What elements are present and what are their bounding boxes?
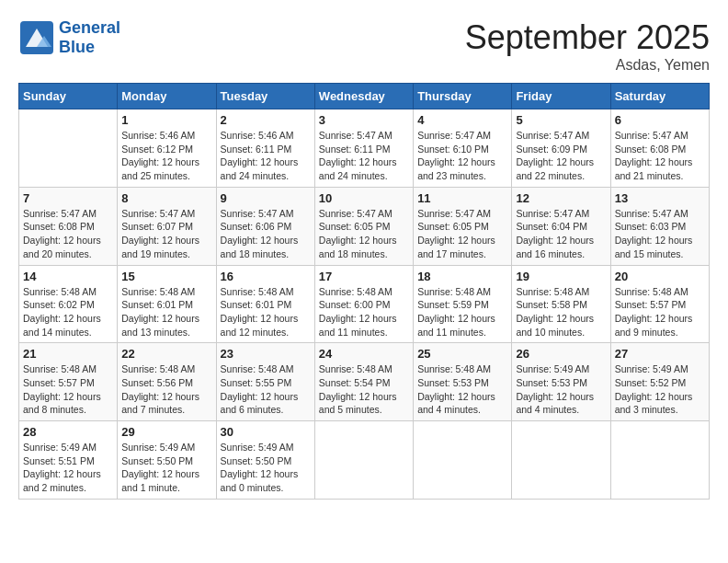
calendar-table: SundayMondayTuesdayWednesdayThursdayFrid… <box>18 83 710 500</box>
day-number: 23 <box>221 347 311 361</box>
day-info: Sunrise: 5:47 AM Sunset: 6:08 PM Dayligh… <box>615 129 705 183</box>
calendar-cell: 26Sunrise: 5:49 AM Sunset: 5:53 PM Dayli… <box>512 343 610 421</box>
day-info: Sunrise: 5:49 AM Sunset: 5:51 PM Dayligh… <box>23 441 113 495</box>
day-number: 4 <box>417 113 507 127</box>
calendar-cell: 30Sunrise: 5:49 AM Sunset: 5:50 PM Dayli… <box>216 421 314 500</box>
weekday-header: Monday <box>118 84 216 109</box>
calendar-cell: 6Sunrise: 5:47 AM Sunset: 6:08 PM Daylig… <box>610 109 709 188</box>
calendar-cell <box>610 421 709 500</box>
day-info: Sunrise: 5:47 AM Sunset: 6:08 PM Dayligh… <box>23 207 113 261</box>
calendar-cell: 15Sunrise: 5:48 AM Sunset: 6:01 PM Dayli… <box>118 265 216 343</box>
calendar-cell: 23Sunrise: 5:48 AM Sunset: 5:55 PM Dayli… <box>216 343 314 421</box>
day-info: Sunrise: 5:47 AM Sunset: 6:10 PM Dayligh… <box>417 129 507 183</box>
weekday-header: Thursday <box>414 84 512 109</box>
day-number: 1 <box>121 113 211 127</box>
day-info: Sunrise: 5:47 AM Sunset: 6:03 PM Dayligh… <box>615 207 705 261</box>
day-number: 20 <box>615 270 705 283</box>
day-info: Sunrise: 5:48 AM Sunset: 6:00 PM Dayligh… <box>319 285 409 339</box>
month-title: September 2025 <box>465 18 710 57</box>
weekday-header: Wednesday <box>314 84 413 109</box>
calendar-week-row: 21Sunrise: 5:48 AM Sunset: 5:57 PM Dayli… <box>19 343 710 421</box>
day-number: 26 <box>516 347 606 361</box>
calendar-week-row: 14Sunrise: 5:48 AM Sunset: 6:02 PM Dayli… <box>19 265 710 343</box>
calendar-cell: 25Sunrise: 5:48 AM Sunset: 5:53 PM Dayli… <box>414 343 512 421</box>
day-number: 14 <box>23 270 113 283</box>
day-info: Sunrise: 5:48 AM Sunset: 5:57 PM Dayligh… <box>23 362 113 417</box>
calendar-cell: 11Sunrise: 5:47 AM Sunset: 6:05 PM Dayli… <box>414 187 512 265</box>
weekday-header: Tuesday <box>216 84 314 109</box>
calendar-cell: 4Sunrise: 5:47 AM Sunset: 6:10 PM Daylig… <box>414 109 512 188</box>
day-number: 11 <box>417 191 507 205</box>
day-number: 15 <box>121 270 211 283</box>
calendar-week-row: 28Sunrise: 5:49 AM Sunset: 5:51 PM Dayli… <box>19 421 710 500</box>
title-block: September 2025 Asdas, Yemen <box>465 18 710 74</box>
calendar-cell: 21Sunrise: 5:48 AM Sunset: 5:57 PM Dayli… <box>19 343 118 421</box>
calendar-cell: 28Sunrise: 5:49 AM Sunset: 5:51 PM Dayli… <box>19 421 118 500</box>
day-info: Sunrise: 5:47 AM Sunset: 6:05 PM Dayligh… <box>319 207 409 261</box>
calendar-cell: 18Sunrise: 5:48 AM Sunset: 5:59 PM Dayli… <box>414 265 512 343</box>
calendar-cell: 12Sunrise: 5:47 AM Sunset: 6:04 PM Dayli… <box>512 187 610 265</box>
day-number: 8 <box>121 191 211 205</box>
day-number: 13 <box>615 191 705 205</box>
day-info: Sunrise: 5:48 AM Sunset: 5:59 PM Dayligh… <box>417 285 507 339</box>
day-info: Sunrise: 5:49 AM Sunset: 5:52 PM Dayligh… <box>615 362 705 417</box>
calendar-week-row: 7Sunrise: 5:47 AM Sunset: 6:08 PM Daylig… <box>19 187 710 265</box>
calendar-cell: 29Sunrise: 5:49 AM Sunset: 5:50 PM Dayli… <box>118 421 216 500</box>
day-info: Sunrise: 5:47 AM Sunset: 6:04 PM Dayligh… <box>516 207 606 261</box>
day-info: Sunrise: 5:48 AM Sunset: 5:55 PM Dayligh… <box>221 362 311 417</box>
calendar-cell <box>314 421 413 500</box>
day-info: Sunrise: 5:48 AM Sunset: 6:01 PM Dayligh… <box>221 285 311 339</box>
day-info: Sunrise: 5:49 AM Sunset: 5:53 PM Dayligh… <box>516 362 606 417</box>
day-number: 30 <box>221 425 311 439</box>
day-info: Sunrise: 5:47 AM Sunset: 6:07 PM Dayligh… <box>121 207 211 261</box>
calendar-header-row: SundayMondayTuesdayWednesdayThursdayFrid… <box>19 84 710 109</box>
calendar-cell: 22Sunrise: 5:48 AM Sunset: 5:56 PM Dayli… <box>118 343 216 421</box>
day-number: 2 <box>221 113 311 127</box>
day-info: Sunrise: 5:48 AM Sunset: 6:01 PM Dayligh… <box>121 285 211 339</box>
calendar-cell: 19Sunrise: 5:48 AM Sunset: 5:58 PM Dayli… <box>512 265 610 343</box>
day-number: 28 <box>23 425 113 439</box>
day-info: Sunrise: 5:48 AM Sunset: 5:54 PM Dayligh… <box>319 362 409 417</box>
day-info: Sunrise: 5:47 AM Sunset: 6:06 PM Dayligh… <box>221 207 311 261</box>
weekday-header: Friday <box>512 84 610 109</box>
calendar-cell <box>512 421 610 500</box>
calendar-cell: 13Sunrise: 5:47 AM Sunset: 6:03 PM Dayli… <box>610 187 709 265</box>
calendar-week-row: 1Sunrise: 5:46 AM Sunset: 6:12 PM Daylig… <box>19 109 710 188</box>
calendar-cell: 17Sunrise: 5:48 AM Sunset: 6:00 PM Dayli… <box>314 265 413 343</box>
day-info: Sunrise: 5:48 AM Sunset: 5:56 PM Dayligh… <box>121 362 211 417</box>
day-info: Sunrise: 5:47 AM Sunset: 6:05 PM Dayligh… <box>417 207 507 261</box>
calendar-cell: 24Sunrise: 5:48 AM Sunset: 5:54 PM Dayli… <box>314 343 413 421</box>
logo-text: GeneralBlue <box>59 18 120 56</box>
day-number: 7 <box>23 191 113 205</box>
calendar-cell <box>19 109 118 188</box>
day-number: 27 <box>615 347 705 361</box>
calendar-cell: 3Sunrise: 5:47 AM Sunset: 6:11 PM Daylig… <box>314 109 413 188</box>
day-number: 17 <box>319 270 409 283</box>
day-number: 9 <box>221 191 311 205</box>
calendar-cell: 7Sunrise: 5:47 AM Sunset: 6:08 PM Daylig… <box>19 187 118 265</box>
calendar-cell: 5Sunrise: 5:47 AM Sunset: 6:09 PM Daylig… <box>512 109 610 188</box>
location: Asdas, Yemen <box>465 57 710 74</box>
day-info: Sunrise: 5:47 AM Sunset: 6:11 PM Dayligh… <box>319 129 409 183</box>
day-info: Sunrise: 5:48 AM Sunset: 6:02 PM Dayligh… <box>23 285 113 339</box>
calendar-body: 1Sunrise: 5:46 AM Sunset: 6:12 PM Daylig… <box>19 109 710 500</box>
weekday-header: Sunday <box>19 84 118 109</box>
day-number: 3 <box>319 113 409 127</box>
calendar-cell: 9Sunrise: 5:47 AM Sunset: 6:06 PM Daylig… <box>216 187 314 265</box>
logo-icon <box>18 19 55 56</box>
day-info: Sunrise: 5:49 AM Sunset: 5:50 PM Dayligh… <box>121 441 211 495</box>
day-number: 21 <box>23 347 113 361</box>
weekday-header: Saturday <box>610 84 709 109</box>
day-number: 24 <box>319 347 409 361</box>
day-number: 29 <box>121 425 211 439</box>
calendar-cell: 16Sunrise: 5:48 AM Sunset: 6:01 PM Dayli… <box>216 265 314 343</box>
calendar-cell: 2Sunrise: 5:46 AM Sunset: 6:11 PM Daylig… <box>216 109 314 188</box>
day-number: 25 <box>417 347 507 361</box>
calendar-cell: 1Sunrise: 5:46 AM Sunset: 6:12 PM Daylig… <box>118 109 216 188</box>
calendar-cell: 14Sunrise: 5:48 AM Sunset: 6:02 PM Dayli… <box>19 265 118 343</box>
day-number: 16 <box>221 270 311 283</box>
calendar-cell <box>414 421 512 500</box>
day-info: Sunrise: 5:46 AM Sunset: 6:11 PM Dayligh… <box>221 129 311 183</box>
day-number: 12 <box>516 191 606 205</box>
calendar-cell: 8Sunrise: 5:47 AM Sunset: 6:07 PM Daylig… <box>118 187 216 265</box>
